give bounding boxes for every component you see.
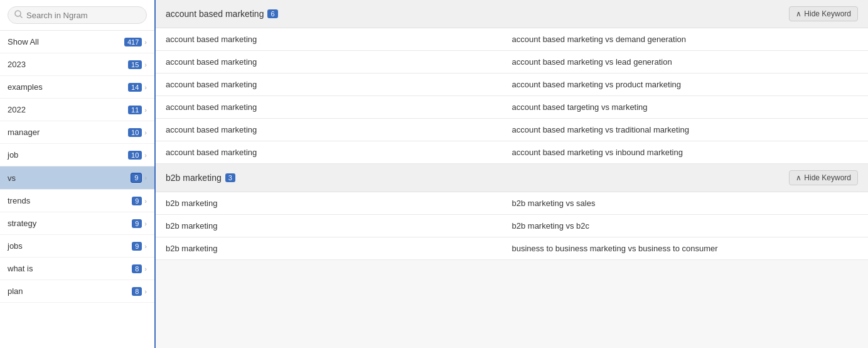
chevron-right-icon: › <box>144 242 147 250</box>
chevron-right-icon: › <box>144 129 147 136</box>
sidebar-items-list: Show All417›202315›examples14›202211›man… <box>0 31 154 303</box>
sidebar-item-badge: 8 <box>132 264 142 273</box>
chevron-up-icon: ∧ <box>796 173 801 182</box>
sidebar-item-badge: 9 <box>132 219 142 228</box>
sidebar-item-vs[interactable]: vs9› <box>0 166 154 190</box>
chevron-right-icon: › <box>144 61 147 68</box>
keyword-groups-container: account based marketing6∧Hide Keywordacc… <box>156 0 868 260</box>
sidebar: Show All417›202315›examples14›202211›man… <box>0 0 156 348</box>
chevron-right-icon: › <box>144 174 147 182</box>
sidebar-item-label: plan <box>8 286 128 296</box>
sidebar-item-badge: 10 <box>128 128 142 137</box>
search-bar-container <box>0 0 154 31</box>
chevron-right-icon: › <box>144 288 147 295</box>
sidebar-item-label: 2022 <box>8 105 124 114</box>
sidebar-item-label: manager <box>8 128 124 137</box>
sidebar-item-show-all[interactable]: Show All417› <box>0 31 154 53</box>
sidebar-item-job[interactable]: job10› <box>0 144 154 166</box>
sidebar-item-2022[interactable]: 202211› <box>0 99 154 121</box>
sidebar-item-label: vs <box>8 173 127 183</box>
keyword-left: account based marketing <box>166 148 512 157</box>
chevron-right-icon: › <box>144 220 147 227</box>
hide-keyword-button[interactable]: ∧Hide Keyword <box>789 6 858 21</box>
sidebar-item-badge: 8 <box>132 287 142 296</box>
keyword-right: b2b marketing vs b2c <box>512 221 859 231</box>
keyword-left: account based marketing <box>166 102 512 112</box>
keyword-group-account-based-marketing: account based marketing6∧Hide Keywordacc… <box>156 0 868 164</box>
sidebar-item-badge: 417 <box>124 38 142 46</box>
keyword-group-title-text: b2b marketing <box>166 173 222 183</box>
keyword-row: account based marketingaccount based mar… <box>156 141 868 164</box>
keyword-right: account based marketing vs traditional m… <box>512 125 859 134</box>
sidebar-item-strategy[interactable]: strategy9› <box>0 212 154 235</box>
chevron-right-icon: › <box>144 38 147 46</box>
keyword-left: account based marketing <box>166 125 512 134</box>
chevron-right-icon: › <box>144 151 147 159</box>
chevron-right-icon: › <box>144 106 147 114</box>
keyword-row: account based marketingaccount based tar… <box>156 96 868 119</box>
keyword-group-count: 3 <box>225 173 235 182</box>
keyword-row: b2b marketingb2b marketing vs sales <box>156 192 868 215</box>
keyword-left: b2b marketing <box>166 221 512 231</box>
keyword-row: account based marketingaccount based mar… <box>156 73 868 96</box>
keyword-group-count: 6 <box>267 9 277 18</box>
sidebar-item-badge: 15 <box>128 60 142 69</box>
hide-keyword-button[interactable]: ∧Hide Keyword <box>789 170 858 185</box>
main-content: account based marketing6∧Hide Keywordacc… <box>156 0 868 348</box>
chevron-right-icon: › <box>144 84 147 91</box>
keyword-right: account based marketing vs inbound marke… <box>512 148 859 157</box>
keyword-right: b2b marketing vs sales <box>512 198 859 208</box>
sidebar-item-2023[interactable]: 202315› <box>0 53 154 76</box>
sidebar-item-badge: 14 <box>128 83 142 92</box>
hide-keyword-label: Hide Keyword <box>804 173 851 182</box>
keyword-right: account based marketing vs product marke… <box>512 80 859 89</box>
sidebar-item-manager[interactable]: manager10› <box>0 121 154 144</box>
keyword-left: b2b marketing <box>166 198 512 208</box>
sidebar-item-label: Show All <box>8 37 121 46</box>
sidebar-item-trends[interactable]: trends9› <box>0 190 154 212</box>
sidebar-item-badge: 10 <box>128 151 142 160</box>
sidebar-item-label: examples <box>8 82 124 92</box>
sidebar-item-label: trends <box>8 196 128 205</box>
keyword-row: account based marketingaccount based mar… <box>156 51 868 73</box>
sidebar-item-what-is[interactable]: what is8› <box>0 258 154 280</box>
keyword-left: account based marketing <box>166 57 512 67</box>
keyword-group-title: b2b marketing3 <box>166 173 235 183</box>
sidebar-item-badge: 9 <box>132 197 142 205</box>
sidebar-item-jobs[interactable]: jobs9› <box>0 235 154 258</box>
sidebar-item-label: what is <box>8 264 128 273</box>
sidebar-item-plan[interactable]: plan8› <box>0 280 154 303</box>
sidebar-item-label: strategy <box>8 219 128 228</box>
sidebar-item-label: 2023 <box>8 60 124 69</box>
keyword-left: account based marketing <box>166 35 512 44</box>
chevron-right-icon: › <box>144 197 147 205</box>
keyword-left: b2b marketing <box>166 244 512 253</box>
sidebar-item-label: jobs <box>8 241 128 251</box>
sidebar-item-label: job <box>8 150 124 160</box>
keyword-left: account based marketing <box>166 80 512 89</box>
sidebar-item-examples[interactable]: examples14› <box>0 76 154 99</box>
keyword-right: account based marketing vs demand genera… <box>512 35 859 44</box>
keyword-right: account based marketing vs lead generati… <box>512 57 859 67</box>
search-icon <box>14 10 23 20</box>
chevron-up-icon: ∧ <box>796 9 801 18</box>
keyword-row: account based marketingaccount based mar… <box>156 119 868 141</box>
sidebar-item-badge: 9 <box>131 173 142 183</box>
keyword-row: b2b marketingb2b marketing vs b2c <box>156 215 868 237</box>
search-input-wrapper[interactable] <box>8 6 147 24</box>
keyword-group-b2b-marketing: b2b marketing3∧Hide Keywordb2b marketing… <box>156 164 868 260</box>
keyword-group-title-text: account based marketing <box>166 9 264 19</box>
sidebar-item-badge: 9 <box>132 242 142 251</box>
keyword-group-header: b2b marketing3∧Hide Keyword <box>156 164 868 192</box>
hide-keyword-label: Hide Keyword <box>804 9 851 18</box>
svg-line-1 <box>20 16 22 18</box>
keyword-row: b2b marketingbusiness to business market… <box>156 237 868 260</box>
keyword-right: business to business marketing vs busine… <box>512 244 859 253</box>
keyword-group-title: account based marketing6 <box>166 9 278 19</box>
keyword-group-header: account based marketing6∧Hide Keyword <box>156 0 868 28</box>
sidebar-item-badge: 11 <box>128 106 142 114</box>
search-input[interactable] <box>26 11 140 20</box>
chevron-right-icon: › <box>144 265 147 273</box>
keyword-right: account based targeting vs marketing <box>512 102 859 112</box>
keyword-row: account based marketingaccount based mar… <box>156 28 868 51</box>
